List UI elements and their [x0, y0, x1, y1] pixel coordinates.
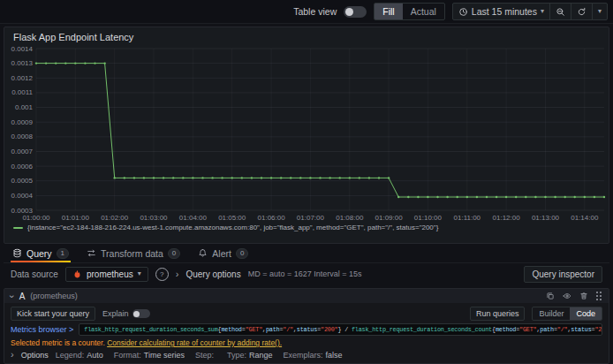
table-view-label: Table view: [293, 6, 337, 17]
svg-text:0.0008: 0.0008: [11, 133, 34, 140]
search-minus-icon: [556, 7, 565, 17]
duplicate-icon[interactable]: [546, 292, 555, 300]
svg-text:01:07:00: 01:07:00: [297, 214, 325, 222]
options-summary: Legend:AutoFormat:Time seriesStep:Type:R…: [56, 351, 343, 360]
svg-text:01:10:00: 01:10:00: [414, 214, 443, 222]
options-toggle[interactable]: Options: [21, 351, 49, 360]
transform-icon: [87, 248, 96, 258]
explain-label: Explain: [102, 309, 129, 318]
toggle-knob: [345, 8, 353, 16]
editor-mode-group: Builder Code: [532, 307, 602, 321]
query-row-a: › A (prometheus): [4, 288, 609, 364]
time-controls: Last 15 minutes ▾ ▾: [452, 3, 608, 20]
query-row-header[interactable]: › A (prometheus): [4, 289, 609, 303]
svg-text:0.0009: 0.0009: [11, 118, 34, 126]
tab-label: Transform data: [101, 248, 163, 259]
refresh-interval-button[interactable]: ▾: [592, 3, 608, 20]
svg-text:01:08:00: 01:08:00: [336, 214, 364, 222]
trash-icon[interactable]: [579, 292, 588, 300]
svg-text:0.0005: 0.0005: [11, 177, 34, 185]
series-label[interactable]: {instance="ec2-184-188-216-224.us-west-1…: [27, 224, 438, 231]
query-options-footer: › Options Legend:AutoFormat:Time seriesS…: [11, 350, 602, 360]
tab-label: Alert: [212, 248, 231, 259]
svg-text:01:03:00: 01:03:00: [140, 214, 168, 222]
explain-toggle[interactable]: [132, 309, 150, 318]
chevron-down-icon[interactable]: ›: [7, 294, 17, 298]
series-color-swatch[interactable]: [13, 227, 23, 229]
grafana-panel-editor: Table view Fill Actual Last 15 minutes ▾: [0, 0, 613, 364]
panel-size-group: Fill Actual: [374, 3, 445, 20]
chevron-right-icon[interactable]: ›: [176, 269, 179, 279]
svg-text:0.0013: 0.0013: [11, 59, 34, 67]
svg-text:01:13:00: 01:13:00: [532, 214, 560, 222]
tab-transform-data[interactable]: Transform data 0: [85, 244, 182, 262]
table-view-toggle[interactable]: [344, 6, 367, 18]
actual-button[interactable]: Actual: [403, 4, 444, 19]
svg-text:01:14:00: 01:14:00: [571, 214, 599, 222]
svg-text:01:05:00: 01:05:00: [218, 214, 246, 222]
explain-control: Explain: [102, 309, 150, 318]
code-mode-button[interactable]: Code: [570, 307, 602, 320]
svg-text:01:12:00: 01:12:00: [493, 214, 521, 222]
query-row-actions: [546, 292, 602, 301]
toggle-knob: [133, 311, 140, 317]
metrics-browser-toggle[interactable]: Metrics browser >: [11, 325, 73, 334]
bell-icon: [198, 248, 208, 258]
query-datasource-hint: (prometheus): [30, 292, 78, 300]
query-toolbar: Kick start your query Explain Run querie…: [11, 307, 602, 321]
svg-text:0.0011: 0.0011: [11, 88, 33, 96]
refresh-button[interactable]: [571, 3, 593, 20]
datasource-help-icon[interactable]: ?: [155, 268, 169, 281]
builder-mode-button[interactable]: Builder: [533, 307, 570, 320]
promql-editor[interactable]: flask_http_request_duration_seconds_sum{…: [79, 323, 602, 336]
caret-down-icon: ▾: [598, 8, 602, 15]
datasource-label: Data source: [11, 269, 58, 279]
refresh-icon: [577, 7, 587, 17]
tab-label: Query: [26, 248, 52, 259]
editor-tabs: Query 1 Transform data 0 Alert 0: [4, 244, 609, 263]
datasource-picker[interactable]: prometheus ▾: [65, 267, 148, 282]
tab-query[interactable]: Query 1: [11, 244, 71, 262]
counter-warning: Selected metric is a counter. Consider c…: [11, 338, 602, 347]
kick-start-button[interactable]: Kick start your query: [11, 307, 95, 321]
prometheus-icon: [72, 269, 82, 279]
datasource-row: Data source prometheus ▾ ? › Query optio…: [4, 263, 609, 284]
query-options-toggle[interactable]: Query options: [185, 269, 240, 279]
tab-alert[interactable]: Alert 0: [196, 244, 250, 262]
editor-body: Flask App Endpoint Latency 0.00030.00040…: [0, 24, 613, 364]
time-range-label: Last 15 minutes: [472, 6, 537, 17]
query-options-summary: MD = auto = 1627 Interval = 15s: [248, 269, 362, 278]
time-series-chart[interactable]: 0.00030.00040.00050.00060.00070.00080.00…: [4, 43, 609, 224]
eye-icon[interactable]: [563, 292, 571, 300]
svg-text:01:00:00: 01:00:00: [22, 214, 50, 222]
time-range-picker[interactable]: Last 15 minutes ▾: [452, 3, 550, 20]
tab-count-badge: 0: [168, 248, 180, 259]
clock-icon: [458, 7, 468, 17]
panel-flask-latency: Flask App Endpoint Latency 0.00030.00040…: [4, 27, 609, 244]
svg-text:01:02:00: 01:02:00: [101, 214, 129, 222]
svg-text:01:04:00: 01:04:00: [179, 214, 208, 222]
svg-text:0.0014: 0.0014: [11, 45, 34, 53]
caret-down-icon: ▾: [541, 8, 544, 15]
query-row-body: Kick start your query Explain Run querie…: [4, 303, 609, 363]
svg-text:0.0012: 0.0012: [11, 74, 34, 82]
panel-title[interactable]: Flask App Endpoint Latency: [4, 27, 609, 42]
svg-text:01:06:00: 01:06:00: [258, 214, 286, 222]
caret-down-icon: ▾: [138, 270, 141, 277]
drag-handle-icon[interactable]: [596, 292, 602, 301]
run-queries-button[interactable]: Run queries: [470, 307, 526, 321]
chevron-right-icon[interactable]: ›: [11, 350, 14, 360]
query-inspector-button[interactable]: Query inspector: [524, 266, 602, 283]
topbar: Table view Fill Actual Last 15 minutes ▾: [0, 0, 613, 24]
query-ref-id[interactable]: A: [19, 292, 26, 301]
svg-text:0.0004: 0.0004: [11, 192, 34, 200]
svg-text:0.001: 0.001: [15, 103, 34, 111]
svg-text:01:09:00: 01:09:00: [375, 214, 404, 222]
code-editor-row: Metrics browser > flask_http_request_dur…: [11, 323, 602, 336]
svg-text:0.0006: 0.0006: [11, 163, 34, 171]
fill-button[interactable]: Fill: [375, 4, 402, 19]
zoom-out-button[interactable]: [549, 3, 571, 20]
database-icon: [12, 248, 22, 258]
add-rate-link[interactable]: Consider calculating rate of counter by …: [107, 338, 282, 347]
tab-count-badge: 0: [236, 248, 248, 259]
